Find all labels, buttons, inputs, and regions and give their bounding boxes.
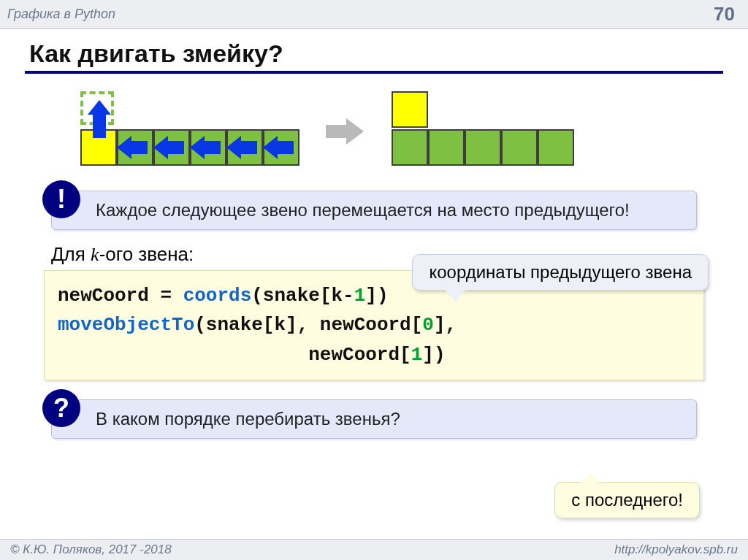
footer-url: http://kpolyakov.spb.ru (614, 542, 738, 557)
exclamation-badge: ! (42, 180, 80, 218)
chapter-title: Графика в Python (7, 7, 115, 22)
subtitle-pre: Для (51, 243, 91, 265)
move-arrow-left (202, 141, 221, 154)
coords-callout: координаты предыдущего звена (412, 254, 709, 291)
move-arrow-up (93, 113, 106, 138)
footer-bar: © К.Ю. Поляков, 2017 -2018 http://kpolya… (0, 539, 748, 560)
question-badge: ? (42, 389, 80, 427)
question-note-text: В каком порядке перебирать звенья? (51, 399, 697, 439)
transition-arrow-icon (346, 118, 364, 145)
body-cell (501, 129, 538, 166)
body-cell (428, 129, 465, 166)
move-arrow-left (275, 141, 294, 154)
info-note: ! Каждое следующее звено перемещается на… (51, 191, 697, 230)
copyright: © К.Ю. Поляков, 2017 -2018 (10, 542, 172, 557)
move-arrow-left (165, 141, 184, 154)
slide-title: Как двигать змейку? (29, 39, 719, 68)
page-number: 70 (714, 3, 735, 26)
title-underline (25, 71, 723, 74)
snake-after (392, 91, 581, 172)
header-bar: Графика в Python 70 (0, 0, 748, 29)
snake-before (80, 91, 299, 172)
answer-callout-text: с последнего! (571, 490, 683, 510)
snake-diagrams (80, 91, 748, 172)
info-note-text: Каждое следующее звено перемещается на м… (51, 191, 697, 230)
answer-callout: с последнего! (554, 482, 700, 518)
question-note: ? В каком порядке перебирать звенья? (51, 399, 697, 439)
tail-cell (538, 129, 574, 166)
body-cell (465, 129, 501, 166)
head-cell (392, 91, 428, 128)
body-cell (392, 129, 428, 166)
move-arrow-left (238, 141, 257, 154)
subtitle-post: -ого звена: (99, 243, 194, 265)
subtitle-k: k (91, 244, 99, 265)
coords-callout-text: координаты предыдущего звена (429, 262, 692, 282)
move-arrow-left (129, 141, 148, 154)
